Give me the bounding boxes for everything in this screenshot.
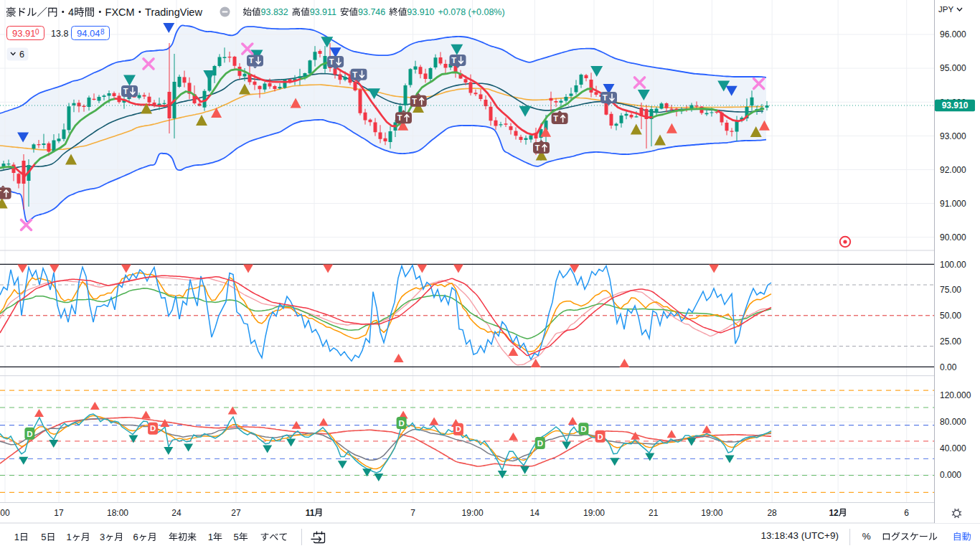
svg-text:80.000: 80.000 [940,417,966,427]
svg-text:28: 28 [767,508,777,518]
svg-text:0.000: 0.000 [940,470,961,480]
svg-text:24: 24 [171,508,182,518]
svg-text:6: 6 [133,532,138,542]
svg-text:96.000: 96.000 [940,29,966,39]
svg-text:93.000: 93.000 [940,131,966,141]
svg-text:T: T [535,143,540,152]
svg-text:T: T [397,113,402,122]
svg-text:17: 17 [54,508,64,518]
svg-text:T: T [603,93,608,102]
svg-text:13:18:43 (UTC+9): 13:18:43 (UTC+9) [761,530,839,541]
svg-text:95.000: 95.000 [940,63,966,73]
svg-text:1: 1 [14,532,19,542]
svg-text:5: 5 [234,532,239,542]
svg-text:0: 0 [35,28,39,36]
svg-text:25.00: 25.00 [940,336,961,347]
svg-text:D: D [580,425,586,433]
svg-text:1: 1 [67,532,72,542]
svg-text:93.910: 93.910 [942,100,969,110]
svg-text:93.746: 93.746 [358,7,385,17]
svg-text:6: 6 [904,508,909,518]
svg-text:T: T [352,70,357,79]
svg-text:93.911: 93.911 [310,7,336,17]
svg-text:D: D [398,419,404,428]
svg-text:FXCM: FXCM [105,6,135,18]
svg-text:90.000: 90.000 [940,232,966,242]
svg-text:D: D [537,439,543,448]
svg-text:12: 12 [829,508,839,518]
svg-text:8: 8 [100,28,105,36]
svg-text:19:00: 19:00 [701,508,722,518]
svg-text:D: D [456,425,461,433]
svg-text:5: 5 [41,532,46,542]
svg-text:D: D [150,424,156,433]
svg-text:00: 00 [0,508,10,518]
svg-text:11: 11 [306,508,315,518]
svg-text:T: T [0,189,1,197]
svg-text:120.000: 120.000 [940,390,971,400]
svg-text:4: 4 [68,6,74,18]
svg-text:T: T [451,56,456,65]
svg-text:92.000: 92.000 [940,165,966,175]
svg-text:D: D [27,430,32,438]
svg-text:TradingView: TradingView [145,6,202,18]
svg-text:100.00: 100.00 [940,260,966,270]
svg-text:D: D [597,433,603,441]
svg-text:T: T [329,57,334,66]
svg-text:94.04: 94.04 [77,28,100,39]
svg-text:93.91: 93.91 [12,28,36,39]
svg-text:18:00: 18:00 [107,508,128,518]
svg-text:75.00: 75.00 [940,285,961,295]
svg-text:21: 21 [649,508,659,518]
svg-text:93.832: 93.832 [261,7,288,17]
svg-text:91.000: 91.000 [940,199,966,209]
svg-text:14: 14 [530,508,540,518]
svg-text:27: 27 [231,508,241,518]
svg-text:T: T [412,97,417,105]
svg-text:+0.078 (+0.08%): +0.078 (+0.08%) [438,7,505,17]
svg-text:93.910: 93.910 [407,7,434,17]
svg-text:T: T [249,56,254,65]
svg-text:19:00: 19:00 [462,508,484,518]
svg-text:1: 1 [208,532,213,542]
svg-text:0.00: 0.00 [940,362,957,372]
svg-text:7: 7 [410,508,415,518]
svg-text:13.8: 13.8 [51,29,68,39]
svg-text:T: T [123,87,128,95]
svg-text:3: 3 [100,532,105,542]
svg-text:T: T [553,114,558,123]
svg-text:50.00: 50.00 [940,311,961,321]
svg-text:19:00: 19:00 [583,508,605,518]
svg-text:6: 6 [19,50,24,60]
svg-text:%: % [862,531,871,542]
svg-text:JPY: JPY [938,5,953,14]
svg-text:40.000: 40.000 [940,443,966,453]
